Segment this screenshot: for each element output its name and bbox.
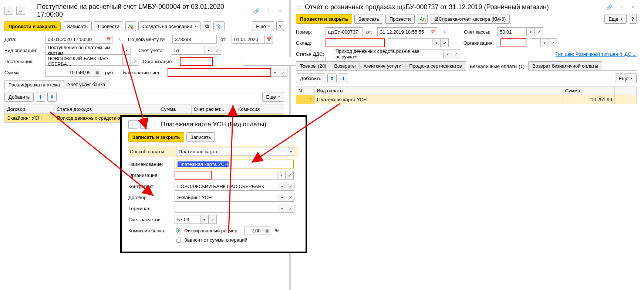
more-button[interactable]: Еще: [604, 14, 626, 24]
close-icon[interactable]: ×: [277, 7, 284, 14]
number-input[interactable]: щзБУ-000737: [326, 27, 363, 36]
tab-goods[interactable]: Товары (28): [296, 61, 330, 70]
operation-input[interactable]: Поступление по платежным картам: [45, 46, 123, 55]
commission-input[interactable]: 2,00: [245, 226, 263, 235]
write-close-button[interactable]: Записать и закрыть: [128, 132, 184, 142]
dropdown-icon[interactable]: ▾: [287, 147, 295, 156]
tab-certs[interactable]: Продажа сертификатов: [405, 61, 466, 70]
dropdown-icon[interactable]: ▾: [271, 68, 279, 77]
sum-input[interactable]: 10 046,95: [45, 68, 93, 77]
conduct-button[interactable]: Провести: [385, 14, 415, 24]
contract-input[interactable]: Эквайринг УСН: [175, 193, 278, 202]
refresh-icon[interactable]: ↻: [116, 35, 124, 44]
favorite-icon[interactable]: ☆: [296, 3, 302, 11]
conduct-button[interactable]: Провести: [94, 21, 124, 31]
method-input[interactable]: Платежная карта: [176, 147, 287, 156]
dropdown-icon[interactable]: ▾: [278, 204, 286, 213]
write-button[interactable]: Записать: [186, 132, 215, 142]
more-icon[interactable]: ⋮: [265, 7, 272, 14]
dropdown-icon[interactable]: ▾: [444, 50, 452, 58]
refresh-icon[interactable]: ↻: [441, 27, 449, 36]
open-icon[interactable]: ⤢: [535, 27, 543, 36]
tab-agent[interactable]: Агентские услуги: [360, 61, 406, 70]
nav-fwd-button[interactable]: →: [140, 120, 149, 129]
org-ext[interactable]: [212, 171, 277, 180]
calendar-icon[interactable]: 📅: [429, 27, 437, 36]
dropdown-icon[interactable]: ▾: [527, 27, 535, 36]
open-icon[interactable]: ⤢: [286, 171, 294, 180]
open-icon[interactable]: ⤢: [286, 193, 294, 202]
col-acct[interactable]: Счет расчет...: [191, 105, 236, 114]
tab-cashless-return[interactable]: Возврат безналичной оплаты: [528, 61, 602, 70]
table-row[interactable]: 1 Платежная карта УСН 10 251,99: [296, 95, 637, 104]
col-n[interactable]: N: [296, 86, 315, 95]
open-icon[interactable]: ⤢: [213, 46, 221, 55]
open-icon[interactable]: ⤢: [131, 57, 139, 66]
help-button[interactable]: ?: [276, 21, 284, 31]
calendar-icon[interactable]: 📅: [265, 35, 273, 44]
favorite-icon[interactable]: ☆: [28, 7, 34, 15]
payer-input[interactable]: ПОВОЛЖСКИЙ БАНК ПАО СБЕРБА...: [45, 57, 123, 66]
move-down-button[interactable]: ⬇: [47, 92, 57, 102]
calc-icon[interactable]: ▦: [263, 226, 271, 235]
open-icon[interactable]: ⤢: [441, 38, 449, 47]
sklad-input[interactable]: [326, 38, 385, 47]
dropdown-icon[interactable]: ▾: [541, 38, 549, 47]
acct-input[interactable]: 51: [172, 46, 205, 55]
dropdown-icon[interactable]: ▾: [200, 215, 209, 224]
calendar-icon[interactable]: 📅: [104, 35, 112, 44]
radio-depend[interactable]: [176, 238, 181, 243]
open-icon[interactable]: ⤢: [279, 68, 287, 77]
favorite-icon[interactable]: ☆: [152, 120, 158, 129]
dropdown-icon[interactable]: ▾: [205, 46, 213, 55]
open-icon[interactable]: ⤢: [452, 50, 460, 58]
dropdown-icon[interactable]: ▾: [277, 171, 286, 180]
col-type[interactable]: Вид оплаты: [315, 86, 563, 95]
link-icon[interactable]: 🔗: [606, 3, 613, 11]
col-contract[interactable]: Договор: [5, 105, 54, 114]
org-ext[interactable]: [530, 38, 541, 47]
col-commission[interactable]: Комиссия: [236, 105, 269, 114]
write-button[interactable]: Записать: [354, 14, 383, 24]
sklad-ext[interactable]: [388, 38, 432, 47]
from-input[interactable]: 31.12.2019 18:55:55: [377, 27, 429, 36]
move-up-button[interactable]: ⬆: [327, 74, 337, 83]
dropdown-icon[interactable]: ▾: [278, 182, 286, 191]
more-icon[interactable]: ⋮: [617, 3, 625, 11]
conduct-close-button[interactable]: Провести и закрыть: [296, 14, 352, 24]
km6-button[interactable]: 🖶 Справка-отчет кассира (КМ-6): [430, 14, 510, 24]
col-sum[interactable]: Сумма: [563, 86, 614, 95]
nav-back-button[interactable]: ←: [4, 7, 13, 15]
docnum-input[interactable]: 378398: [172, 35, 217, 44]
move-down-button[interactable]: ⬇: [339, 74, 348, 83]
move-up-button[interactable]: ⬆: [36, 92, 45, 102]
close-icon[interactable]: ×: [629, 3, 637, 11]
add-button[interactable]: Добавить: [4, 92, 34, 102]
org-input[interactable]: [175, 171, 212, 180]
kassa-input[interactable]: 50.01: [497, 27, 527, 36]
dt-kt-button[interactable]: АтКт: [125, 21, 136, 31]
name-input[interactable]: Платежная карта УСН: [178, 161, 229, 167]
nav-back-button[interactable]: ←: [128, 120, 137, 129]
date-input[interactable]: 03.01.2020 17:00:00: [45, 35, 104, 44]
create-based-button[interactable]: Создать на основании: [138, 21, 200, 31]
open-icon[interactable]: ⤢: [286, 204, 294, 213]
link-icon[interactable]: 🔗: [253, 7, 260, 14]
acct-input[interactable]: 57.03: [175, 215, 200, 224]
contractor-input[interactable]: ПОВОЛЖСКИЙ БАНК ПАО СБЕРБАНК: [175, 182, 278, 191]
tab-payment-breakdown[interactable]: Расшифровка платежа: [4, 80, 64, 89]
dropdown-icon[interactable]: ▾: [278, 193, 286, 202]
open-icon[interactable]: ⤢: [209, 215, 217, 224]
help-button[interactable]: ?: [629, 14, 637, 24]
dropdown-icon[interactable]: ▾: [123, 46, 131, 55]
structure-icon[interactable]: ⧉: [203, 21, 211, 31]
more-button[interactable]: Еще: [252, 21, 274, 31]
more-button[interactable]: Еще: [615, 74, 637, 83]
dropdown-icon[interactable]: ▾: [123, 57, 131, 66]
calc-icon[interactable]: ▦: [93, 68, 101, 77]
more-button[interactable]: Еще: [262, 92, 284, 102]
radio-fixed[interactable]: [176, 228, 181, 233]
conduct-close-button[interactable]: Провести и закрыть: [4, 21, 61, 31]
col-income[interactable]: Статья доходов: [54, 105, 158, 114]
tab-bank-services[interactable]: Учет услуг банка: [64, 80, 109, 89]
